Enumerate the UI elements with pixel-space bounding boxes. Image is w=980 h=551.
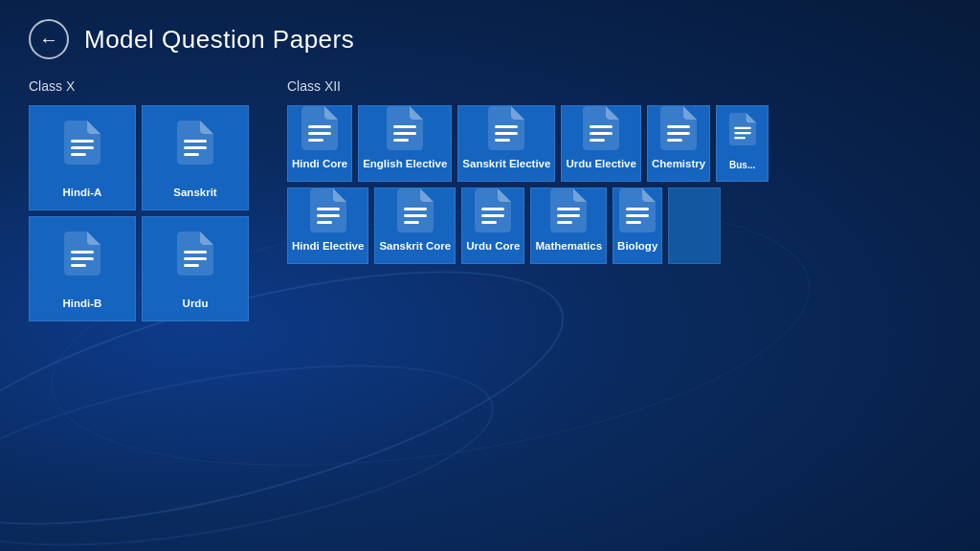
tile-label-bus-partial: Bus... <box>725 160 759 171</box>
doc-icon-sanskrit-elective <box>488 106 524 150</box>
svg-rect-16 <box>393 132 416 135</box>
svg-rect-27 <box>734 127 751 129</box>
svg-rect-6 <box>71 251 94 253</box>
svg-rect-29 <box>734 137 746 139</box>
doc-icon-chemistry <box>660 106 697 150</box>
svg-rect-34 <box>404 214 427 217</box>
tile-urdu[interactable]: Urdu <box>142 216 249 321</box>
svg-rect-25 <box>667 132 690 135</box>
svg-rect-21 <box>590 125 612 128</box>
svg-rect-31 <box>317 214 340 217</box>
doc-icon-sanskrit <box>177 106 213 179</box>
tile-label-hindi-b: Hindi-B <box>59 298 106 311</box>
tile-bus-partial[interactable]: Bus... <box>716 105 768 182</box>
svg-rect-20 <box>495 139 510 142</box>
tile-label-hindi-a: Hindi-A <box>59 187 106 200</box>
svg-rect-18 <box>495 125 518 128</box>
back-button[interactable]: ← <box>29 19 69 59</box>
tile-sanskrit[interactable]: Sanskrit <box>142 105 249 210</box>
svg-rect-44 <box>626 221 641 224</box>
svg-rect-0 <box>71 140 94 143</box>
svg-rect-5 <box>184 153 199 156</box>
svg-rect-36 <box>481 208 504 210</box>
tile-label-sanskrit-core: Sanskrit Core <box>375 240 455 253</box>
tile-label-sanskrit: Sanskrit <box>169 187 220 200</box>
doc-icon-biology <box>619 188 656 232</box>
tile-hindi-b[interactable]: Hindi-B <box>29 216 136 321</box>
tile-label-english-elective: English Elective <box>359 158 451 171</box>
svg-rect-14 <box>308 139 323 142</box>
svg-rect-19 <box>495 132 518 135</box>
tile-label-hindi-elective: Hindi Elective <box>288 240 368 253</box>
sections: Class X Hindi-A <box>29 78 951 321</box>
doc-icon-hindi-b <box>64 217 100 290</box>
tile-hindi-core[interactable]: Hindi Core <box>287 105 352 182</box>
tile-urdu-elective[interactable]: Urdu Elective <box>561 105 641 182</box>
class-xii-row1: Hindi Core English Elective Sanskrit Ele… <box>287 105 768 182</box>
tile-chemistry[interactable]: Chemistry <box>647 105 710 182</box>
svg-rect-11 <box>184 264 199 267</box>
tile-hindi-elective[interactable]: Hindi Elective <box>287 187 368 264</box>
doc-icon-hindi-elective <box>310 188 346 232</box>
class-x-label: Class X <box>29 78 249 94</box>
doc-icon-hindi-core <box>301 106 338 150</box>
svg-rect-35 <box>404 221 419 224</box>
svg-rect-13 <box>308 132 331 135</box>
svg-rect-7 <box>71 257 94 260</box>
doc-icon-urdu-elective <box>583 106 619 150</box>
class-x-section: Class X Hindi-A <box>29 78 249 321</box>
tile-hindi-a[interactable]: Hindi-A <box>29 105 136 210</box>
svg-rect-39 <box>557 208 580 210</box>
class-xii-grid: Hindi Core English Elective Sanskrit Ele… <box>287 105 768 264</box>
svg-rect-43 <box>626 214 649 217</box>
tile-english-elective[interactable]: English Elective <box>358 105 452 182</box>
svg-rect-33 <box>404 208 427 210</box>
page-title: Model Question Papers <box>84 25 354 55</box>
svg-rect-41 <box>557 221 572 224</box>
tile-label-sanskrit-elective: Sanskrit Elective <box>458 158 554 171</box>
svg-rect-9 <box>184 251 207 253</box>
class-xii-label: Class XII <box>287 78 768 94</box>
doc-icon-mathematics <box>550 188 587 232</box>
doc-icon-sanskrit-core <box>397 188 434 232</box>
svg-rect-1 <box>71 146 94 149</box>
svg-rect-12 <box>308 125 331 128</box>
doc-icon-bus-partial <box>729 106 756 152</box>
svg-rect-40 <box>557 214 580 217</box>
tile-label-urdu-core: Urdu Core <box>462 240 523 253</box>
svg-rect-42 <box>626 208 649 210</box>
tile-biology[interactable]: Biology <box>612 187 662 264</box>
tile-label-mathematics: Mathematics <box>531 240 606 253</box>
svg-rect-26 <box>667 139 682 142</box>
class-xii-section: Class XII Hindi Core English Electiv <box>287 78 768 321</box>
svg-rect-30 <box>317 208 340 210</box>
tile-label-hindi-core: Hindi Core <box>288 158 351 171</box>
svg-rect-24 <box>667 125 690 128</box>
tile-label-urdu: Urdu <box>179 298 212 311</box>
tile-sanskrit-core[interactable]: Sanskrit Core <box>374 187 456 264</box>
doc-icon-english-elective <box>387 106 423 150</box>
tile-sanskrit-elective[interactable]: Sanskrit Elective <box>457 105 555 182</box>
class-xii-row2: Hindi Elective Sanskrit Core Urdu Core <box>287 187 768 264</box>
svg-rect-37 <box>481 214 504 217</box>
tile-label-urdu-elective: Urdu Elective <box>562 158 640 171</box>
svg-rect-8 <box>71 264 86 267</box>
back-icon: ← <box>39 29 58 51</box>
svg-rect-4 <box>184 146 207 149</box>
doc-icon-urdu <box>177 217 213 290</box>
doc-icon-urdu-core <box>475 188 511 232</box>
doc-icon-hindi-a <box>64 106 100 179</box>
tile-urdu-core[interactable]: Urdu Core <box>461 187 524 264</box>
svg-rect-17 <box>393 139 409 142</box>
main-container: ← Model Question Papers Class X <box>0 0 980 341</box>
tile-label-chemistry: Chemistry <box>648 158 709 171</box>
svg-rect-22 <box>590 132 612 135</box>
tile-mathematics[interactable]: Mathematics <box>530 187 607 264</box>
svg-rect-15 <box>393 125 416 128</box>
tile-empty-partial <box>668 187 721 264</box>
svg-rect-28 <box>734 132 751 134</box>
svg-rect-38 <box>481 221 497 224</box>
svg-rect-23 <box>590 139 605 142</box>
svg-rect-32 <box>317 221 332 224</box>
svg-rect-10 <box>184 257 207 260</box>
